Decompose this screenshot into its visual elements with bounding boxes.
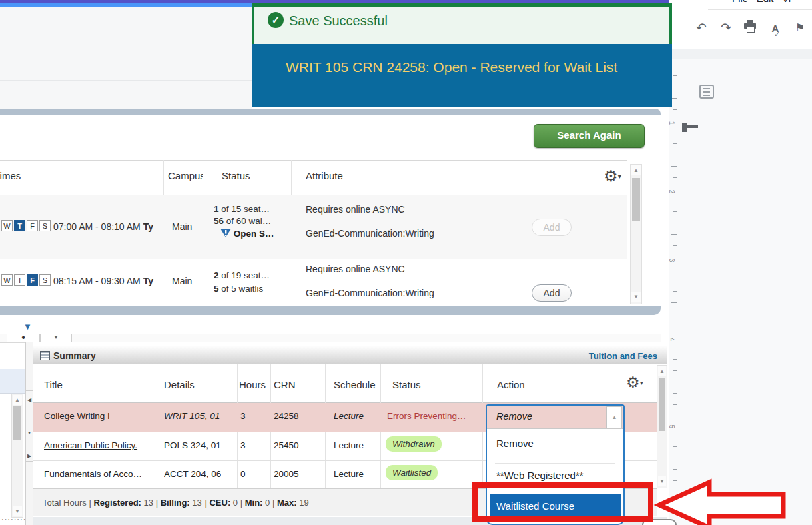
collapse-caret-icon[interactable]: ▼ [23,322,32,332]
col-header-title[interactable]: Title [44,379,63,390]
search-scrollbar[interactable]: ▲ ▼ [630,164,642,304]
col-header-attribute[interactable]: Attribute [306,170,343,181]
paint-format-icon[interactable]: ⚑ [792,20,808,36]
open-status: Open S… [220,229,274,239]
campus-cell: Main [172,221,192,232]
scroll-down-icon[interactable]: ▼ [658,476,666,486]
course-crn: 20005 [274,469,299,479]
splitter-right-icon[interactable]: ▶ [26,453,33,459]
col-header-crn[interactable]: CRN [274,379,296,390]
dropdown-selected[interactable]: Remove ▲ [487,406,623,429]
add-button[interactable]: Add [532,284,572,302]
day-w: W [1,220,13,231]
col-header-details[interactable]: Details [164,379,195,390]
scrollbar-thumb[interactable] [659,378,665,431]
scrollbar-thumb[interactable] [632,178,640,221]
ruler-indent-marker[interactable] [682,123,698,132]
day-f-active: F [27,274,38,286]
course-title-link[interactable]: College Writing I [44,411,154,421]
col-header-status[interactable]: Status [222,170,250,181]
left-side-panel: ▲ ▼ ·············· [0,342,25,525]
resize-dots: ·············· [1,515,28,523]
status-badge-waitlisted: Waitlisted [386,465,438,480]
add-button-disabled[interactable]: Add [532,219,572,236]
ruler-number-1: 1 [668,121,675,125]
docs-toolbar: ↶ ↷ A✓ ⚑ [693,20,812,37]
ruler-number-4: 4 [668,338,675,342]
dropdown-divider [495,463,615,464]
splitter-handle-dot[interactable]: • [7,334,40,342]
col-header-hours[interactable]: Hours [239,379,266,390]
screenshot-root: File Edit Vi ↶ ↷ A✓ ⚑ 1 2 3 [0,0,812,525]
undo-icon[interactable]: ↶ [693,20,709,36]
seats-status: 1 of 15 seat… [214,204,292,214]
day-s: S [39,274,51,286]
dropdown-option-web-registered[interactable]: **Web Registered** [496,470,633,481]
partial-panel-button[interactable] [642,519,677,525]
seats-status: 2 of 19 seat… [214,270,292,280]
course-details: ACCT 204, 06 [164,469,221,479]
action-dropdown[interactable]: Remove ▲ Remove **Web Registered** Waitl… [486,404,625,525]
course-details: POLS 324, 01 [164,440,221,450]
left-panel-scrollbar[interactable]: ▲ ▼ [11,394,23,518]
toast-detail-banner: WRIT 105 CRN 24258: Open - Reserved for … [252,44,672,107]
splitter-caret-icon[interactable]: ▼ [40,334,72,342]
col-header-action[interactable]: Action [497,379,525,390]
attribute-1: Requires online ASYNC [306,204,405,215]
docs-document-area[interactable]: 1 2 3 4 5 [669,59,812,525]
day-s: S [39,220,51,231]
dropdown-option-remove[interactable]: Remove [496,438,633,449]
ruler-number-3: 3 [668,259,675,263]
waitlist-status: 5 of 5 waitlis [214,284,292,294]
dropdown-option-waitlisted-course[interactable]: Waitlisted Course [490,494,621,518]
docs-menubar[interactable]: File Edit Vi [732,0,812,2]
tuition-and-fees-link[interactable]: Tuition and Fees [589,351,657,361]
summary-icon [40,351,50,360]
print-icon[interactable] [743,20,759,36]
docs-menubar-divider [708,9,812,10]
search-settings-gear-icon[interactable]: ⚙▾ [604,167,621,185]
scroll-up-icon[interactable]: ▲ [13,395,22,405]
meeting-days: W T F S [1,274,51,286]
search-result-row: W T F S 07:00 AM - 08:10 AM Ty Main 1 of… [0,195,627,259]
day-t: T [14,274,25,286]
splitter-left-icon[interactable]: ◀ [26,397,33,403]
summary-header-bar: Summary Tuition and Fees [33,346,667,364]
panel-gap: ▼ • ▼ [0,315,669,346]
spellcheck-check: ✓ [774,26,780,42]
scroll-down-icon[interactable]: ▼ [631,292,641,302]
day-t-active: T [14,220,25,231]
meeting-time: 08:15 AM - 09:30 AM Ty [53,276,153,286]
attribute-2: GenEd-Communication:Writing [306,288,434,298]
scrollbar-thumb[interactable] [13,406,21,440]
card-bottom-edge [0,306,661,315]
course-title-link[interactable]: Fundamentals of Acco… [44,469,154,479]
day-f: F [27,220,38,231]
col-header-times[interactable]: Times [0,170,27,181]
toast-message: WRIT 105 CRN 24258: Open - Reserved for … [286,56,659,79]
dropdown-spinner-icon[interactable]: ▲ [606,406,622,428]
scroll-up-icon[interactable]: ▲ [631,165,641,175]
left-panel-selection[interactable] [0,369,25,394]
dropdown-selected-text: Remove [496,411,532,422]
col-header-status[interactable]: Status [392,379,421,390]
col-header-campus[interactable]: Campus [168,170,203,181]
splitter-handle-dot[interactable]: • [26,429,33,436]
table-header-top-border [0,160,627,161]
spellcheck-icon[interactable]: A✓ [767,20,783,36]
errors-preventing-link[interactable]: Errors Preventing… [387,411,480,421]
summary-settings-gear-icon[interactable]: ⚙▾ [626,374,643,392]
summary-scrollbar[interactable]: ▲ ▼ [657,365,667,488]
redo-icon[interactable]: ↷ [718,20,734,36]
course-details: WRIT 105, 01 [164,411,220,421]
vertical-splitter[interactable]: ◀ • ▶ [25,342,33,525]
docs-page-edge [681,59,681,525]
horizontal-splitter[interactable]: • ▼ [0,334,661,342]
col-header-schedule[interactable]: Schedule [334,379,376,390]
campus-cell: Main [172,276,192,286]
ruler-number-2: 2 [668,190,675,194]
scroll-up-icon[interactable]: ▲ [658,366,666,376]
total-hours-text: Total Hours | Registered: 13 | Billing: … [43,498,309,508]
search-again-button[interactable]: Search Again [534,124,645,148]
course-title-link[interactable]: American Public Policy. [44,440,154,450]
